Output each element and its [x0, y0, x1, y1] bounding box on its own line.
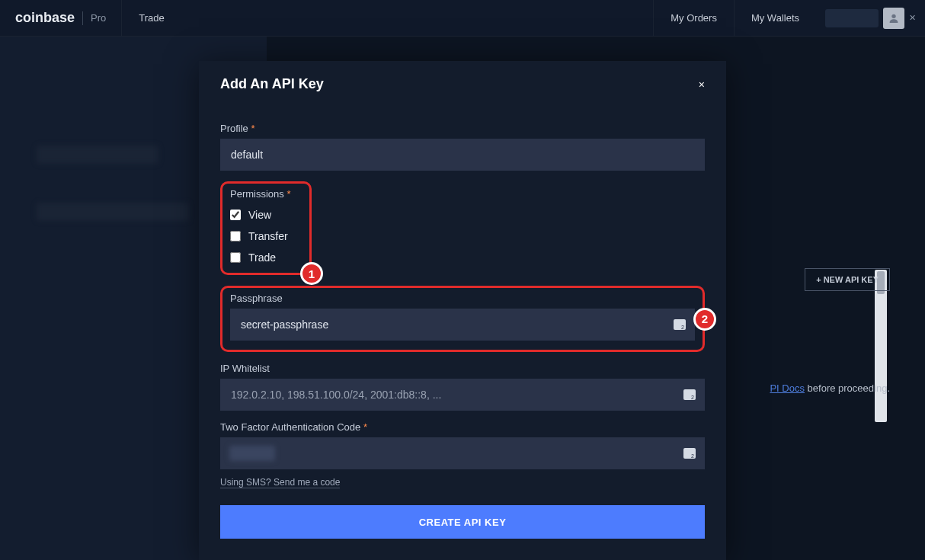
modal-header: Add An API Key × [199, 61, 726, 107]
avatar-icon [883, 8, 904, 29]
nav-my-wallets[interactable]: My Wallets [734, 0, 816, 36]
permissions-group: Permissions * View Transfer Trade 1 [220, 181, 312, 275]
passphrase-label: Passphrase [230, 293, 695, 304]
sms-code-link[interactable]: Using SMS? Send me a code [220, 477, 340, 488]
passphrase-group: Passphrase 2 [220, 286, 705, 352]
chevron-down-icon: ✕ [909, 13, 916, 23]
nav-account[interactable]: ✕ [816, 8, 925, 29]
create-api-key-button[interactable]: CREATE API KEY [220, 505, 705, 539]
modal-overlay: Add An API Key × Profile * default Permi… [0, 37, 925, 560]
nav-trade[interactable]: Trade [121, 0, 181, 36]
brand-main: coinbase [15, 10, 75, 26]
svg-point-0 [891, 14, 895, 18]
passphrase-input[interactable] [230, 309, 695, 341]
tfa-value-hidden [229, 446, 275, 461]
perm-view-checkbox[interactable] [230, 210, 241, 220]
perm-trade-label: Trade [248, 251, 276, 264]
tfa-input[interactable] [220, 437, 705, 469]
annotation-1: 1 [300, 262, 323, 285]
brand[interactable]: coinbase Pro [0, 0, 121, 36]
brand-sub: Pro [91, 12, 106, 24]
perm-view-label: View [248, 209, 271, 221]
nav-my-orders[interactable]: My Orders [653, 0, 734, 36]
annotation-2: 2 [693, 308, 716, 331]
perm-transfer-checkbox[interactable] [230, 231, 241, 242]
profile-field-label: Profile * [220, 123, 705, 134]
modal-title: Add An API Key [220, 76, 324, 92]
permissions-label: Permissions * [230, 188, 302, 200]
perm-trade-checkbox[interactable] [230, 252, 241, 263]
perm-view-row[interactable]: View [230, 209, 302, 221]
perm-trade-row[interactable]: Trade [230, 251, 302, 264]
brand-divider [82, 11, 83, 25]
top-nav: coinbase Pro Trade My Orders My Wallets … [0, 0, 925, 37]
add-api-key-modal: Add An API Key × Profile * default Permi… [199, 61, 726, 560]
nav-placeholder [825, 9, 879, 27]
keyboard-icon [683, 389, 696, 400]
perm-transfer-row[interactable]: Transfer [230, 230, 302, 242]
ip-whitelist-label: IP Whitelist [220, 363, 705, 374]
close-button[interactable]: × [699, 78, 705, 91]
profile-select[interactable]: default [220, 139, 705, 171]
perm-transfer-label: Transfer [248, 230, 288, 242]
tfa-label: Two Factor Authentication Code * [220, 421, 705, 433]
keyboard-icon [674, 319, 686, 330]
ip-whitelist-input[interactable] [220, 379, 705, 411]
keyboard-icon [683, 448, 696, 459]
